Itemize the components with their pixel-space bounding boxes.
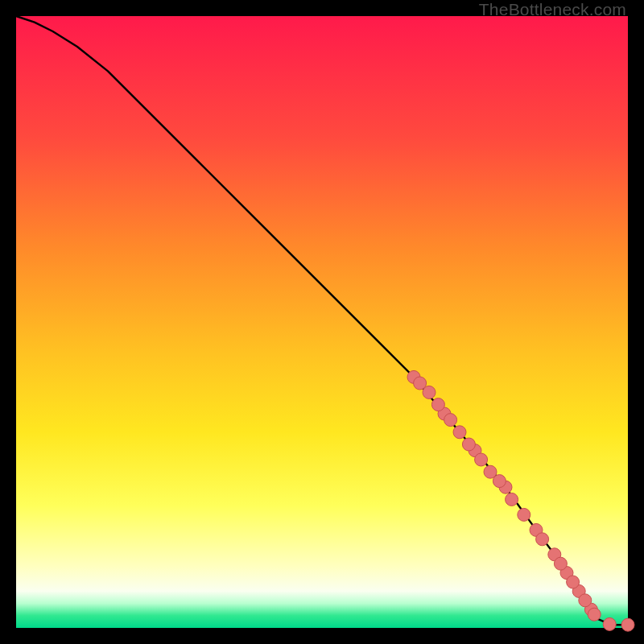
curve-layer [16,16,628,628]
curve-marker [518,508,530,521]
curve-marker [621,618,634,631]
curve-marker [493,475,506,488]
curve-marker [444,414,457,427]
curve-marker [453,426,466,439]
curve-marker [431,398,444,411]
curve-marker [536,533,549,546]
curve-marker [423,386,436,398]
curve-marker [588,608,601,621]
curve-marker [554,557,567,570]
curve-marker [579,594,592,607]
curve-marker [462,438,475,451]
curve-marker [603,617,616,630]
curve-marker [475,453,488,466]
curve-markers-group [407,370,634,631]
curve-marker [506,493,518,506]
chart-frame: TheBottleneck.com [0,0,644,644]
curve-marker [567,576,580,588]
